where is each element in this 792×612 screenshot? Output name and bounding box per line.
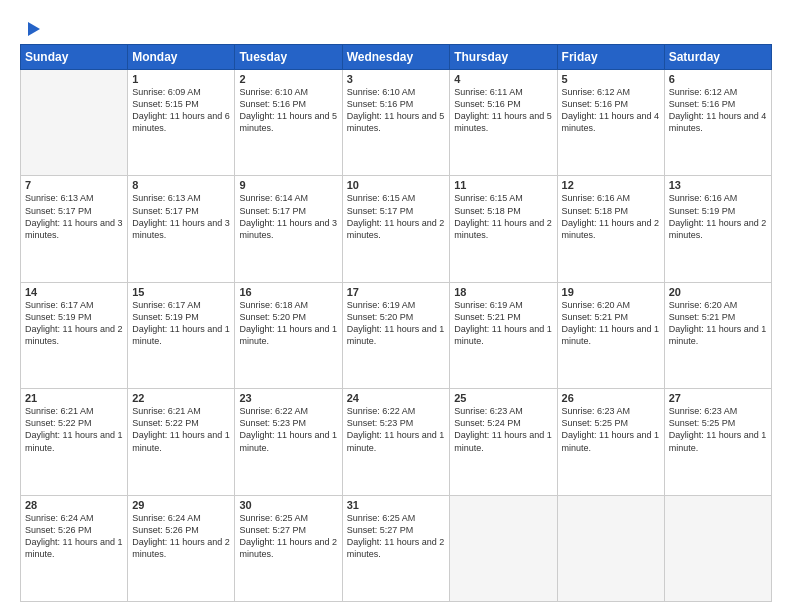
day-info: Sunrise: 6:10 AMSunset: 5:16 PMDaylight:… [347, 86, 446, 135]
calendar-cell: 2Sunrise: 6:10 AMSunset: 5:16 PMDaylight… [235, 70, 342, 176]
day-info: Sunrise: 6:25 AMSunset: 5:27 PMDaylight:… [239, 512, 337, 561]
calendar-cell: 4Sunrise: 6:11 AMSunset: 5:16 PMDaylight… [450, 70, 557, 176]
day-number: 30 [239, 499, 337, 511]
calendar-cell: 3Sunrise: 6:10 AMSunset: 5:16 PMDaylight… [342, 70, 450, 176]
day-number: 17 [347, 286, 446, 298]
day-info: Sunrise: 6:13 AMSunset: 5:17 PMDaylight:… [25, 192, 123, 241]
day-info: Sunrise: 6:09 AMSunset: 5:15 PMDaylight:… [132, 86, 230, 135]
day-info: Sunrise: 6:11 AMSunset: 5:16 PMDaylight:… [454, 86, 552, 135]
day-number: 12 [562, 179, 660, 191]
calendar-cell: 28Sunrise: 6:24 AMSunset: 5:26 PMDayligh… [21, 495, 128, 601]
col-header-thursday: Thursday [450, 45, 557, 70]
calendar-cell: 22Sunrise: 6:21 AMSunset: 5:22 PMDayligh… [128, 389, 235, 495]
logo-icon [22, 18, 44, 40]
calendar-cell: 29Sunrise: 6:24 AMSunset: 5:26 PMDayligh… [128, 495, 235, 601]
day-info: Sunrise: 6:22 AMSunset: 5:23 PMDaylight:… [347, 405, 446, 454]
day-number: 16 [239, 286, 337, 298]
calendar-cell: 7Sunrise: 6:13 AMSunset: 5:17 PMDaylight… [21, 176, 128, 282]
calendar-cell: 1Sunrise: 6:09 AMSunset: 5:15 PMDaylight… [128, 70, 235, 176]
calendar-cell: 12Sunrise: 6:16 AMSunset: 5:18 PMDayligh… [557, 176, 664, 282]
col-header-saturday: Saturday [664, 45, 771, 70]
day-number: 18 [454, 286, 552, 298]
calendar-cell: 21Sunrise: 6:21 AMSunset: 5:22 PMDayligh… [21, 389, 128, 495]
day-number: 27 [669, 392, 767, 404]
day-info: Sunrise: 6:19 AMSunset: 5:21 PMDaylight:… [454, 299, 552, 348]
calendar-cell: 8Sunrise: 6:13 AMSunset: 5:17 PMDaylight… [128, 176, 235, 282]
day-number: 9 [239, 179, 337, 191]
day-number: 4 [454, 73, 552, 85]
day-info: Sunrise: 6:17 AMSunset: 5:19 PMDaylight:… [132, 299, 230, 348]
calendar-cell [21, 70, 128, 176]
day-number: 11 [454, 179, 552, 191]
day-number: 21 [25, 392, 123, 404]
day-info: Sunrise: 6:21 AMSunset: 5:22 PMDaylight:… [132, 405, 230, 454]
day-number: 28 [25, 499, 123, 511]
calendar-cell: 11Sunrise: 6:15 AMSunset: 5:18 PMDayligh… [450, 176, 557, 282]
day-number: 8 [132, 179, 230, 191]
day-number: 1 [132, 73, 230, 85]
day-number: 14 [25, 286, 123, 298]
logo [20, 18, 44, 36]
page: SundayMondayTuesdayWednesdayThursdayFrid… [0, 0, 792, 612]
calendar-cell: 24Sunrise: 6:22 AMSunset: 5:23 PMDayligh… [342, 389, 450, 495]
day-info: Sunrise: 6:17 AMSunset: 5:19 PMDaylight:… [25, 299, 123, 348]
calendar-cell: 23Sunrise: 6:22 AMSunset: 5:23 PMDayligh… [235, 389, 342, 495]
day-info: Sunrise: 6:16 AMSunset: 5:18 PMDaylight:… [562, 192, 660, 241]
day-number: 3 [347, 73, 446, 85]
day-number: 26 [562, 392, 660, 404]
day-info: Sunrise: 6:12 AMSunset: 5:16 PMDaylight:… [669, 86, 767, 135]
calendar-cell: 30Sunrise: 6:25 AMSunset: 5:27 PMDayligh… [235, 495, 342, 601]
day-info: Sunrise: 6:14 AMSunset: 5:17 PMDaylight:… [239, 192, 337, 241]
calendar-cell [557, 495, 664, 601]
day-number: 20 [669, 286, 767, 298]
day-number: 5 [562, 73, 660, 85]
day-info: Sunrise: 6:24 AMSunset: 5:26 PMDaylight:… [25, 512, 123, 561]
calendar-cell: 5Sunrise: 6:12 AMSunset: 5:16 PMDaylight… [557, 70, 664, 176]
day-info: Sunrise: 6:23 AMSunset: 5:25 PMDaylight:… [562, 405, 660, 454]
day-number: 19 [562, 286, 660, 298]
calendar-cell: 17Sunrise: 6:19 AMSunset: 5:20 PMDayligh… [342, 282, 450, 388]
calendar-cell: 27Sunrise: 6:23 AMSunset: 5:25 PMDayligh… [664, 389, 771, 495]
day-number: 29 [132, 499, 230, 511]
day-info: Sunrise: 6:16 AMSunset: 5:19 PMDaylight:… [669, 192, 767, 241]
calendar-cell: 16Sunrise: 6:18 AMSunset: 5:20 PMDayligh… [235, 282, 342, 388]
calendar-cell: 13Sunrise: 6:16 AMSunset: 5:19 PMDayligh… [664, 176, 771, 282]
day-number: 22 [132, 392, 230, 404]
day-info: Sunrise: 6:15 AMSunset: 5:18 PMDaylight:… [454, 192, 552, 241]
calendar: SundayMondayTuesdayWednesdayThursdayFrid… [20, 44, 772, 602]
day-number: 6 [669, 73, 767, 85]
day-info: Sunrise: 6:20 AMSunset: 5:21 PMDaylight:… [562, 299, 660, 348]
calendar-cell: 19Sunrise: 6:20 AMSunset: 5:21 PMDayligh… [557, 282, 664, 388]
calendar-cell: 15Sunrise: 6:17 AMSunset: 5:19 PMDayligh… [128, 282, 235, 388]
day-info: Sunrise: 6:23 AMSunset: 5:25 PMDaylight:… [669, 405, 767, 454]
calendar-cell: 18Sunrise: 6:19 AMSunset: 5:21 PMDayligh… [450, 282, 557, 388]
svg-marker-0 [28, 22, 40, 36]
day-info: Sunrise: 6:15 AMSunset: 5:17 PMDaylight:… [347, 192, 446, 241]
day-info: Sunrise: 6:13 AMSunset: 5:17 PMDaylight:… [132, 192, 230, 241]
header [20, 18, 772, 36]
day-info: Sunrise: 6:19 AMSunset: 5:20 PMDaylight:… [347, 299, 446, 348]
day-number: 24 [347, 392, 446, 404]
calendar-cell: 14Sunrise: 6:17 AMSunset: 5:19 PMDayligh… [21, 282, 128, 388]
day-number: 13 [669, 179, 767, 191]
col-header-sunday: Sunday [21, 45, 128, 70]
calendar-cell: 10Sunrise: 6:15 AMSunset: 5:17 PMDayligh… [342, 176, 450, 282]
day-info: Sunrise: 6:12 AMSunset: 5:16 PMDaylight:… [562, 86, 660, 135]
day-number: 31 [347, 499, 446, 511]
col-header-friday: Friday [557, 45, 664, 70]
calendar-cell: 20Sunrise: 6:20 AMSunset: 5:21 PMDayligh… [664, 282, 771, 388]
day-info: Sunrise: 6:21 AMSunset: 5:22 PMDaylight:… [25, 405, 123, 454]
day-info: Sunrise: 6:18 AMSunset: 5:20 PMDaylight:… [239, 299, 337, 348]
col-header-monday: Monday [128, 45, 235, 70]
calendar-cell: 26Sunrise: 6:23 AMSunset: 5:25 PMDayligh… [557, 389, 664, 495]
day-info: Sunrise: 6:23 AMSunset: 5:24 PMDaylight:… [454, 405, 552, 454]
day-info: Sunrise: 6:24 AMSunset: 5:26 PMDaylight:… [132, 512, 230, 561]
calendar-cell: 9Sunrise: 6:14 AMSunset: 5:17 PMDaylight… [235, 176, 342, 282]
col-header-wednesday: Wednesday [342, 45, 450, 70]
calendar-cell: 31Sunrise: 6:25 AMSunset: 5:27 PMDayligh… [342, 495, 450, 601]
day-info: Sunrise: 6:25 AMSunset: 5:27 PMDaylight:… [347, 512, 446, 561]
day-number: 25 [454, 392, 552, 404]
calendar-cell: 25Sunrise: 6:23 AMSunset: 5:24 PMDayligh… [450, 389, 557, 495]
col-header-tuesday: Tuesday [235, 45, 342, 70]
calendar-cell: 6Sunrise: 6:12 AMSunset: 5:16 PMDaylight… [664, 70, 771, 176]
